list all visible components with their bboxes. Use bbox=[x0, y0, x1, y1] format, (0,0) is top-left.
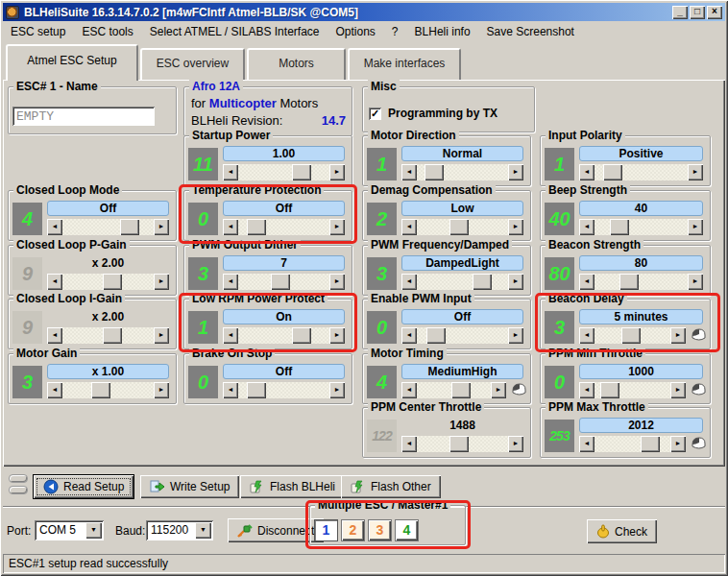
port-combobox[interactable]: COM 5 ▼ bbox=[35, 520, 104, 540]
slider-left-arrow[interactable]: ◄ bbox=[223, 274, 238, 290]
param-slider[interactable]: ◄ ► bbox=[223, 274, 345, 290]
slider-left-arrow[interactable]: ◄ bbox=[47, 219, 62, 235]
slider-right-arrow[interactable]: ► bbox=[154, 219, 169, 235]
menu-save-screenshot[interactable]: Save Screenshot bbox=[487, 25, 574, 38]
slider-track[interactable] bbox=[595, 274, 688, 290]
param-slider[interactable]: ◄ ► bbox=[579, 219, 703, 235]
slider-left-arrow[interactable]: ◄ bbox=[401, 219, 417, 235]
slider-right-arrow[interactable]: ► bbox=[491, 382, 506, 398]
slider-thumb[interactable] bbox=[449, 436, 469, 452]
param-slider[interactable]: ◄ ► bbox=[579, 164, 703, 180]
toolbar-grip[interactable] bbox=[9, 474, 28, 483]
slider-thumb[interactable] bbox=[641, 436, 660, 452]
menu-select-interface[interactable]: Select ATMEL / SILABS Interface bbox=[150, 25, 320, 38]
check-button[interactable]: Check bbox=[587, 519, 657, 543]
slider-right-arrow[interactable]: ► bbox=[508, 219, 523, 235]
slider-left-arrow[interactable]: ◄ bbox=[401, 382, 417, 398]
slider-left-arrow[interactable]: ◄ bbox=[47, 327, 62, 344]
slider-track[interactable] bbox=[62, 327, 154, 344]
slider-thumb[interactable] bbox=[292, 327, 311, 344]
slider-track[interactable] bbox=[62, 382, 154, 398]
slider-thumb[interactable] bbox=[603, 164, 622, 180]
slider-right-arrow[interactable]: ► bbox=[329, 327, 345, 344]
slider-left-arrow[interactable]: ◄ bbox=[579, 274, 595, 290]
maximize-button[interactable]: □ bbox=[690, 6, 705, 19]
slider-track[interactable] bbox=[595, 382, 670, 398]
slider-right-arrow[interactable]: ► bbox=[154, 327, 169, 344]
slider-right-arrow[interactable]: ► bbox=[508, 164, 523, 180]
menu-options[interactable]: Options bbox=[335, 25, 375, 38]
slider-right-arrow[interactable]: ► bbox=[508, 327, 523, 344]
slider-thumb[interactable] bbox=[449, 219, 469, 235]
slider-left-arrow[interactable]: ◄ bbox=[47, 274, 62, 290]
slider-track[interactable] bbox=[238, 327, 329, 344]
param-slider[interactable]: ◄ ► bbox=[47, 327, 169, 344]
esc-select-button-4[interactable]: 4 bbox=[395, 519, 419, 541]
param-slider[interactable]: ◄ ► bbox=[47, 274, 169, 290]
flash-other-button[interactable]: Flash Other bbox=[341, 475, 441, 498]
slider-right-arrow[interactable]: ► bbox=[688, 164, 703, 180]
slider-thumb[interactable] bbox=[610, 219, 629, 235]
slider-thumb[interactable] bbox=[103, 274, 122, 290]
slider-left-arrow[interactable]: ◄ bbox=[223, 219, 238, 235]
dropdown-arrow-icon[interactable]: ▼ bbox=[195, 522, 211, 539]
slider-right-arrow[interactable]: ► bbox=[670, 382, 686, 398]
slider-track[interactable] bbox=[62, 219, 154, 235]
slider-track[interactable] bbox=[595, 436, 670, 452]
tab-make-interfaces[interactable]: Make interfaces bbox=[348, 48, 461, 80]
slider-right-arrow[interactable]: ► bbox=[329, 274, 345, 290]
slider-thumb[interactable] bbox=[426, 327, 446, 344]
slider-track[interactable] bbox=[417, 436, 508, 452]
slider-thumb[interactable] bbox=[271, 274, 290, 290]
slider-thumb[interactable] bbox=[103, 327, 122, 344]
slider-thumb[interactable] bbox=[247, 382, 266, 398]
param-slider[interactable]: ◄ ► bbox=[401, 327, 523, 344]
slider-track[interactable] bbox=[62, 274, 154, 290]
slider-track[interactable] bbox=[595, 327, 670, 344]
slider-track[interactable] bbox=[238, 382, 329, 398]
slider-right-arrow[interactable]: ► bbox=[154, 274, 169, 290]
param-slider[interactable]: ◄ ► bbox=[579, 327, 686, 344]
param-slider[interactable]: ◄ ► bbox=[47, 382, 169, 398]
param-slider[interactable]: ◄ ► bbox=[223, 327, 345, 344]
slider-thumb[interactable] bbox=[600, 382, 619, 398]
slider-right-arrow[interactable]: ► bbox=[508, 436, 523, 452]
slider-track[interactable] bbox=[417, 164, 508, 180]
esc-select-button-1[interactable]: 1 bbox=[314, 519, 338, 541]
menu-blheli-info[interactable]: BLHeli info bbox=[415, 25, 471, 38]
write-setup-button[interactable]: Write Setup bbox=[140, 475, 239, 498]
toolbar-grip[interactable] bbox=[9, 486, 28, 494]
slider-left-arrow[interactable]: ◄ bbox=[223, 327, 238, 344]
slider-right-arrow[interactable]: ► bbox=[688, 219, 703, 235]
slider-left-arrow[interactable]: ◄ bbox=[401, 274, 417, 290]
slider-left-arrow[interactable]: ◄ bbox=[223, 382, 238, 398]
slider-right-arrow[interactable]: ► bbox=[154, 382, 169, 398]
slider-left-arrow[interactable]: ◄ bbox=[579, 436, 595, 452]
slider-track[interactable] bbox=[417, 219, 508, 235]
tab-motors[interactable]: Motors bbox=[247, 48, 346, 80]
slider-thumb[interactable] bbox=[451, 382, 471, 398]
slider-right-arrow[interactable]: ► bbox=[329, 219, 345, 235]
slider-track[interactable] bbox=[238, 219, 329, 235]
slider-right-arrow[interactable]: ► bbox=[670, 327, 686, 344]
slider-thumb[interactable] bbox=[425, 164, 444, 180]
esc-select-button-3[interactable]: 3 bbox=[368, 519, 392, 541]
slider-thumb[interactable] bbox=[120, 219, 139, 235]
slider-left-arrow[interactable]: ◄ bbox=[47, 382, 62, 398]
slider-right-arrow[interactable]: ► bbox=[688, 274, 703, 290]
slider-left-arrow[interactable]: ◄ bbox=[579, 219, 595, 235]
slider-left-arrow[interactable]: ◄ bbox=[401, 436, 417, 452]
param-slider[interactable]: ◄ ► bbox=[223, 382, 345, 398]
param-slider[interactable]: ◄ ► bbox=[47, 219, 169, 235]
close-button[interactable]: × bbox=[707, 6, 722, 19]
slider-left-arrow[interactable]: ◄ bbox=[401, 164, 417, 180]
slider-left-arrow[interactable]: ◄ bbox=[401, 327, 417, 344]
slider-track[interactable] bbox=[238, 274, 329, 290]
slider-thumb[interactable] bbox=[619, 274, 639, 290]
programming-by-tx-checkbox[interactable]: ✓ bbox=[369, 108, 381, 120]
slider-left-arrow[interactable]: ◄ bbox=[579, 382, 595, 398]
param-slider[interactable]: ◄ ► bbox=[579, 436, 686, 452]
tab-esc-overview[interactable]: ESC overview bbox=[140, 48, 245, 80]
slider-thumb[interactable] bbox=[621, 327, 641, 344]
menu-esc-tools[interactable]: ESC tools bbox=[82, 25, 133, 38]
